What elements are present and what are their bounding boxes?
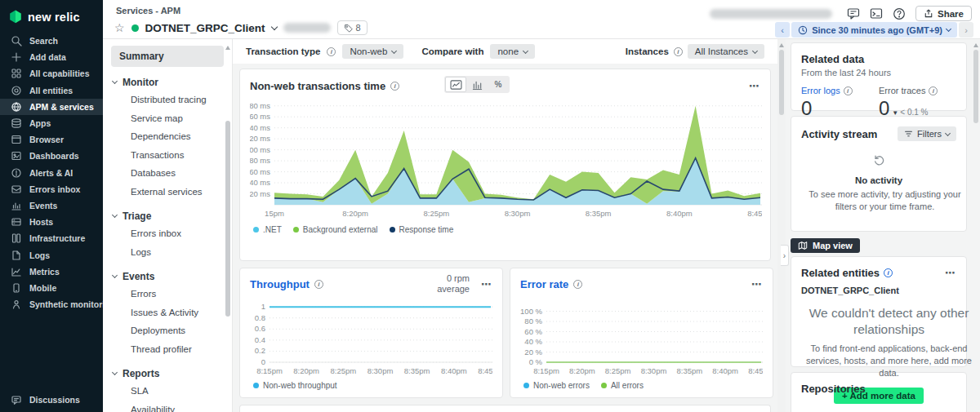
transactions-time-info-icon[interactable]: i	[390, 82, 399, 91]
svg-text:8:45pm: 8:45pm	[478, 366, 492, 375]
transactions-time-menu[interactable]: ⋯	[749, 80, 760, 92]
sidebar-item-logs[interactable]: Logs	[0, 246, 103, 263]
legend-dot	[253, 383, 259, 388]
svg-text:8:30pm: 8:30pm	[505, 209, 531, 218]
sidebar-item-discussions[interactable]: Discussions	[0, 392, 103, 408]
sidebar-item-events[interactable]: Events	[0, 197, 103, 214]
filters-button[interactable]: Filters	[898, 126, 956, 141]
help-icon[interactable]	[893, 7, 906, 20]
sidebar-item-errors-inbox[interactable]: Errors inbox	[103, 224, 232, 243]
percent-toggle[interactable]: %	[488, 77, 509, 92]
related-entities-menu[interactable]: ⋯	[945, 267, 956, 279]
throughput-title[interactable]: Throughput	[250, 278, 310, 290]
sidebar-item-external-services[interactable]: External services	[103, 183, 232, 202]
entities-icon	[11, 85, 22, 96]
legend-item[interactable]: Response time	[390, 225, 454, 234]
sidebar-item-summary[interactable]: Summary	[111, 46, 224, 67]
sidebar-item-hosts[interactable]: Hosts	[0, 214, 103, 230]
line-chart-toggle[interactable]	[445, 77, 466, 92]
sidebar-item-databases[interactable]: Databases	[103, 164, 232, 183]
error-rate-chart[interactable]: 100 %80 %60 %40 %20 %0 %8:15pm8:20pm8:25…	[520, 294, 763, 380]
error-traces-value: 0▼< 0.1 %	[879, 97, 956, 120]
section-header-triage[interactable]: Triage	[103, 207, 232, 224]
time-prev-button[interactable]: ‹	[775, 22, 790, 38]
transaction-type-info-icon[interactable]: i	[327, 47, 336, 56]
legend-item[interactable]: Non-web throughput	[253, 381, 337, 390]
sidebar-item-all-entities[interactable]: All entities	[0, 82, 103, 99]
time-range-button[interactable]: Since 30 minutes ago (GMT+9)	[791, 22, 957, 38]
map-view-button[interactable]: Map view	[791, 238, 860, 253]
page: new relic SearchAdd dataAll capabilities…	[0, 0, 980, 412]
related-entities-info-icon[interactable]: i	[884, 268, 893, 277]
throughput-menu[interactable]: ⋯	[481, 278, 492, 290]
sidebar-item-browser[interactable]: Browser	[0, 131, 103, 148]
redacted-version	[283, 23, 331, 33]
feedback-icon[interactable]	[847, 7, 860, 20]
sidebar-item-apm-services[interactable]: APM & services	[0, 99, 103, 115]
error-logs-info-icon[interactable]: i	[844, 86, 853, 95]
grid-icon	[11, 68, 22, 79]
sidebar-item-transactions[interactable]: Transactions	[103, 146, 232, 165]
sidebar-item-issues-activity[interactable]: Issues & Activity	[103, 303, 232, 322]
legend-item[interactable]: All errors	[601, 381, 644, 390]
sidebar-item-metrics[interactable]: Metrics	[0, 264, 103, 280]
section-label: Reports	[122, 368, 159, 379]
throughput-chart[interactable]: 10.80.60.40.208:15pm8:20pm8:25pm8:30pm8:…	[250, 294, 492, 380]
sidebar-item-apps[interactable]: Apps	[0, 115, 103, 131]
share-button[interactable]: Share	[915, 6, 972, 21]
legend-item[interactable]: Non-web errors	[523, 381, 590, 390]
sidebar-item-dependencies[interactable]: Dependencies	[103, 127, 232, 146]
sidebar-item-sla[interactable]: SLA	[103, 382, 232, 401]
sidebar-item-errors-inbox[interactable]: Errors inbox	[0, 181, 103, 197]
person-icon	[11, 299, 22, 310]
sidebar-item-all-capabilities[interactable]: All capabilities	[0, 65, 103, 82]
sidebar-item-label: Mobile	[29, 283, 56, 293]
error-traces-info-icon[interactable]: i	[929, 86, 938, 95]
instances-info-icon[interactable]: i	[674, 47, 683, 56]
favorite-star-icon[interactable]: ☆	[114, 22, 125, 33]
transactions-time-chart[interactable]: 180 ms160 ms140 ms120 ms100 ms80 ms60 ms…	[250, 95, 762, 224]
bar-chart-toggle[interactable]	[466, 77, 488, 92]
transactions-time-legend: .NETBackground externalResponse time	[250, 225, 760, 234]
transaction-type-dropdown[interactable]: Non-web	[342, 44, 403, 59]
sidebar-item-search[interactable]: Search	[0, 33, 103, 49]
sidebar-item-alerts-ai[interactable]: Alerts & AI	[0, 165, 103, 181]
sidebar-scrollbar[interactable]	[225, 46, 230, 412]
sidebar-item-deployments[interactable]: Deployments	[103, 321, 232, 340]
sidebar-item-availability[interactable]: Availability	[103, 401, 232, 412]
error-rate-title[interactable]: Error rate	[520, 278, 568, 290]
svg-text:8:15pm: 8:15pm	[533, 366, 559, 375]
time-next-button[interactable]: ›	[959, 22, 973, 38]
sidebar-item-dashboards[interactable]: Dashboards	[0, 148, 103, 164]
sidebar-item-add-data[interactable]: Add data	[0, 49, 103, 65]
error-rate-menu[interactable]: ⋯	[751, 278, 763, 290]
main-content: Transaction type i Non-web Compare with …	[233, 39, 777, 412]
entity-chevron-down-icon[interactable]	[270, 23, 277, 29]
tags-badge[interactable]: 8	[337, 20, 368, 35]
terminal-icon[interactable]	[870, 7, 883, 20]
section-header-monitor[interactable]: Monitor	[103, 73, 232, 91]
svg-text:8:40pm: 8:40pm	[712, 366, 738, 375]
legend-item[interactable]: Background external	[293, 225, 378, 234]
panel-collapse-handle[interactable]: ›	[781, 245, 789, 266]
new-relic-logo[interactable]: new relic	[0, 0, 103, 26]
sidebar-item-service-map[interactable]: Service map	[103, 109, 232, 128]
sidebar-item-infrastructure[interactable]: Infrastructure	[0, 230, 103, 246]
instances-dropdown[interactable]: All Instances	[688, 44, 764, 59]
error-logs-link[interactable]: Error logs i	[801, 86, 879, 95]
sidebar-item-distributed-tracing[interactable]: Distributed tracing	[103, 91, 232, 109]
map-icon	[798, 241, 808, 250]
section-header-events[interactable]: Events	[103, 268, 232, 285]
sidebar-item-errors[interactable]: Errors	[103, 285, 232, 303]
sidebar-item-thread-profiler[interactable]: Thread profiler	[103, 340, 232, 359]
sidebar-item-mobile[interactable]: Mobile	[0, 280, 103, 296]
main-scrollbar[interactable]	[777, 39, 786, 412]
error-rate-info-icon[interactable]: i	[573, 280, 582, 289]
right-scrollbar[interactable]	[972, 39, 980, 412]
section-header-reports[interactable]: Reports	[103, 365, 232, 382]
sidebar-item-synthetic-monitoring[interactable]: Synthetic monitoring	[0, 296, 103, 312]
throughput-info-icon[interactable]: i	[314, 280, 323, 289]
legend-item[interactable]: .NET	[253, 225, 282, 234]
sidebar-item-logs[interactable]: Logs	[103, 243, 232, 262]
compare-with-dropdown[interactable]: none	[490, 44, 535, 59]
